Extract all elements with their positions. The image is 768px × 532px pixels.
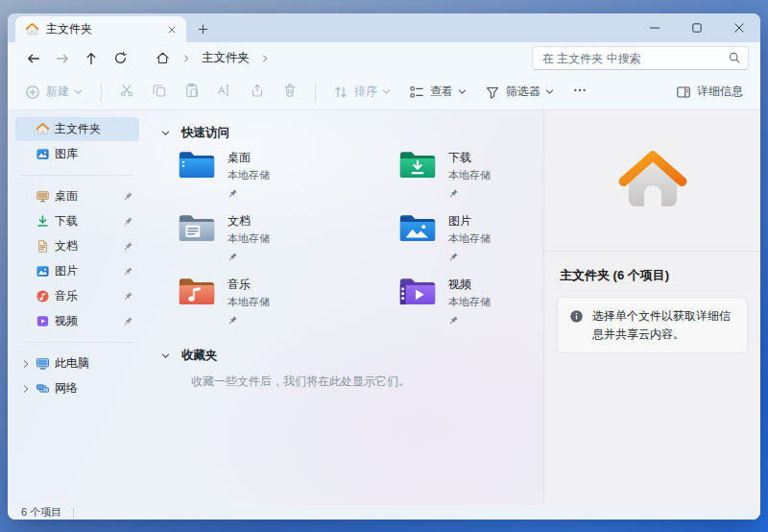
sidebar-item-label: 视频: [55, 313, 78, 329]
window-controls: [634, 13, 760, 42]
minimize-button[interactable]: [634, 13, 676, 42]
forward-button[interactable]: [48, 46, 77, 71]
section-quick-access[interactable]: 快速访问: [160, 120, 543, 145]
sidebar-item-music[interactable]: 音乐: [15, 284, 139, 308]
videos-folder-icon: [398, 276, 437, 307]
cut-button[interactable]: [111, 79, 142, 106]
delete-button[interactable]: [275, 79, 305, 106]
collapse-chevron-icon[interactable]: [160, 351, 171, 361]
sidebar-item-label: 此电脑: [55, 355, 89, 372]
status-bar: 6 个项目: [8, 505, 760, 520]
desktop-wallpaper: 主文件夹 主文件夹: [0, 0, 768, 532]
more-options-button[interactable]: [564, 79, 595, 106]
videos-icon: [36, 314, 55, 328]
sidebar-item-network[interactable]: 网络: [15, 376, 139, 400]
share-button[interactable]: [242, 79, 273, 106]
home-icon: [36, 122, 55, 136]
paste-button[interactable]: [177, 79, 207, 106]
back-button[interactable]: [19, 46, 48, 71]
refresh-button[interactable]: [106, 46, 134, 71]
sidebar-item-label: 图片: [55, 263, 78, 279]
folder-subtitle: 本地存储: [228, 295, 270, 309]
clipboard-icon: [184, 83, 200, 101]
funnel-icon: [485, 85, 500, 100]
tab-home[interactable]: 主文件夹: [15, 16, 186, 42]
tab-title: 主文件夹: [46, 21, 156, 37]
sidebar-item-label: 桌面: [55, 188, 78, 205]
pin-icon: [228, 249, 270, 266]
rename-button[interactable]: [209, 79, 240, 106]
content-area: 快速访问 桌面本地存储下载本地存储文档本地存储图片本地存储音乐本地存储视频本地存…: [147, 110, 543, 505]
new-button[interactable]: 新建: [17, 79, 91, 105]
music-icon: [36, 289, 55, 303]
pin-icon: [448, 185, 491, 203]
folder-tile-pictures[interactable]: 图片本地存储: [398, 212, 543, 266]
details-pane-button[interactable]: 详细信息: [668, 79, 751, 105]
sidebar-item-label: 图库: [55, 146, 78, 162]
up-button[interactable]: [77, 46, 106, 71]
sidebar-item-label: 音乐: [55, 288, 78, 304]
view-button[interactable]: 查看: [401, 79, 475, 105]
expand-chevron-icon[interactable]: [21, 359, 36, 369]
breadcrumb-home-icon[interactable]: [148, 46, 177, 71]
home-icon: [25, 22, 39, 36]
pin-icon: [123, 191, 133, 202]
folder-name: 音乐: [228, 277, 270, 293]
sidebar-divider: [21, 175, 133, 176]
pin-icon: [448, 249, 491, 266]
folder-tile-videos[interactable]: 视频本地存储: [398, 276, 543, 329]
folder-subtitle: 本地存储: [448, 295, 491, 309]
music-folder-icon: [178, 276, 216, 307]
pin-icon: [123, 216, 133, 227]
documents-folder-icon: [178, 212, 216, 244]
sidebar-item-home[interactable]: 主文件夹: [15, 117, 139, 141]
pin-icon: [123, 316, 133, 326]
section-title: 收藏夹: [181, 348, 218, 364]
sidebar-item-label: 文档: [55, 238, 78, 254]
folder-tile-music[interactable]: 音乐本地存储: [178, 276, 398, 329]
close-button[interactable]: [718, 13, 760, 42]
sidebar-item-videos[interactable]: 视频: [15, 309, 139, 333]
folder-tile-desktop[interactable]: 桌面本地存储: [178, 149, 398, 203]
maximize-button[interactable]: [676, 13, 718, 42]
sidebar-item-this-pc[interactable]: 此电脑: [15, 351, 139, 375]
chevron-down-icon: [73, 86, 84, 97]
expand-chevron-icon[interactable]: [21, 384, 36, 394]
pin-icon: [123, 241, 133, 252]
sidebar-item-downloads[interactable]: 下载: [15, 209, 139, 233]
sidebar-item-gallery[interactable]: 图库: [15, 142, 139, 166]
chevron-down-icon: [544, 86, 555, 97]
details-title: 主文件夹 (6 个项目): [560, 267, 745, 284]
details-pane: 主文件夹 (6 个项目) 选择单个文件以获取详细信息并共享云内容。: [543, 110, 760, 505]
folder-subtitle: 本地存储: [228, 168, 270, 182]
folder-subtitle: 本地存储: [448, 168, 491, 182]
file-explorer-window: 主文件夹 主文件夹: [8, 13, 760, 520]
plus-circle-icon: [25, 85, 40, 100]
search-input[interactable]: [532, 46, 749, 70]
sidebar-item-pictures[interactable]: 图片: [15, 259, 139, 283]
folder-name: 桌面: [228, 150, 270, 166]
section-favorites[interactable]: 收藏夹: [160, 343, 543, 368]
copy-button[interactable]: [144, 79, 175, 106]
pin-icon: [123, 266, 133, 277]
section-title: 快速访问: [181, 125, 229, 141]
sidebar-item-documents[interactable]: 文档: [15, 234, 139, 258]
sort-button[interactable]: 排序: [325, 79, 399, 105]
search-box: [532, 46, 749, 70]
folder-tile-downloads[interactable]: 下载本地存储: [398, 149, 543, 203]
ellipsis-icon: [572, 83, 588, 101]
collapse-chevron-icon[interactable]: [160, 128, 171, 138]
folder-tile-documents[interactable]: 文档本地存储: [178, 212, 398, 266]
new-tab-button[interactable]: [190, 16, 215, 41]
folder-subtitle: 本地存储: [228, 231, 270, 246]
filter-button[interactable]: 筛选器: [477, 79, 563, 105]
details-info-card: 选择单个文件以获取详细信息并共享云内容。: [557, 297, 748, 353]
chevron-right-icon[interactable]: [259, 53, 271, 64]
sidebar-divider: [21, 342, 133, 343]
titlebar[interactable]: 主文件夹: [8, 13, 760, 42]
chevron-right-icon: [180, 53, 192, 64]
tab-close-icon[interactable]: [163, 21, 180, 38]
pictures-folder-icon: [398, 212, 437, 244]
sidebar-item-desktop[interactable]: 桌面: [15, 184, 139, 208]
breadcrumb-item-home[interactable]: 主文件夹: [196, 48, 255, 68]
